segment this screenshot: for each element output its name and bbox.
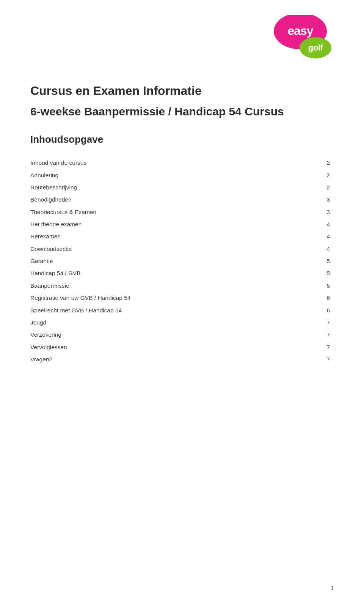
- main-title-area: Cursus en Examen Informatie 6-weekse Baa…: [30, 84, 334, 118]
- toc-item-label: Herexamen: [30, 230, 258, 243]
- toc-item-page: 7: [258, 353, 334, 366]
- svg-text:golf: golf: [308, 43, 323, 52]
- toc-row: Registratie van uw GVB / Handicap 546: [30, 292, 334, 304]
- toc-item-page: 7: [258, 317, 334, 329]
- toc-row: Routebeschrijving2: [30, 181, 334, 194]
- toc-item-label: Jeugd: [30, 317, 258, 329]
- toc-row: Inhoud van de cursus2: [30, 157, 334, 169]
- toc-item-page: 3: [258, 194, 334, 206]
- toc-item-label: Garantie: [30, 255, 258, 267]
- toc-row: Benodigdheden3: [30, 194, 334, 206]
- toc-row: Jeugd7: [30, 317, 334, 329]
- toc-row: Downloadsectie4: [30, 243, 334, 255]
- toc-item-page: 4: [258, 230, 334, 243]
- page-title-1: Cursus en Examen Informatie: [30, 84, 334, 98]
- toc-item-label: Benodigdheden: [30, 194, 258, 206]
- toc-item-label: Downloadsectie: [30, 243, 258, 255]
- toc-item-page: 2: [258, 181, 334, 194]
- toc-row: Verzekering7: [30, 329, 334, 341]
- toc-table: Inhoud van de cursus2Annulering2Routebes…: [30, 157, 334, 366]
- toc-row: Annulering2: [30, 169, 334, 181]
- toc-row: Herexamen4: [30, 230, 334, 243]
- toc-item-page: 5: [258, 255, 334, 267]
- toc-heading: Inhoudsopgave: [30, 134, 334, 145]
- toc-item-label: Vragen?: [30, 353, 258, 366]
- toc-item-page: 7: [258, 341, 334, 353]
- logo-area: easy golf: [30, 15, 334, 61]
- toc-item-label: Baanpermissie: [30, 280, 258, 292]
- easygolf-logo-icon: easy golf: [273, 15, 334, 59]
- svg-text:easy: easy: [287, 24, 313, 38]
- page-title-2: 6-weekse Baanpermissie / Handicap 54 Cur…: [30, 105, 334, 118]
- logo-container: easy golf: [273, 15, 334, 61]
- toc-item-label: Routebeschrijving: [30, 181, 258, 194]
- toc-item-page: 4: [258, 243, 334, 255]
- toc-row: Garantie5: [30, 255, 334, 267]
- toc-item-label: Theoriecursus & Examen: [30, 206, 258, 218]
- toc-item-page: 2: [258, 157, 334, 169]
- toc-item-page: 5: [258, 280, 334, 292]
- toc-row: Vragen?7: [30, 353, 334, 366]
- toc-item-label: Inhoud van de cursus: [30, 157, 258, 169]
- toc-item-page: 3: [258, 206, 334, 218]
- toc-row: Het theorie examen4: [30, 218, 334, 230]
- toc-item-page: 6: [258, 292, 334, 304]
- toc-row: Speelrecht met GVB / Handicap 546: [30, 304, 334, 317]
- toc-section: Inhoudsopgave Inhoud van de cursus2Annul…: [30, 134, 334, 366]
- toc-item-label: Registratie van uw GVB / Handicap 54: [30, 292, 258, 304]
- toc-row: Theoriecursus & Examen3: [30, 206, 334, 218]
- toc-item-label: Speelrecht met GVB / Handicap 54: [30, 304, 258, 317]
- toc-item-page: 7: [258, 329, 334, 341]
- toc-item-page: 2: [258, 169, 334, 181]
- toc-row: Baanpermissie5: [30, 280, 334, 292]
- toc-item-page: 5: [258, 267, 334, 279]
- toc-item-page: 6: [258, 304, 334, 317]
- toc-item-label: Annulering: [30, 169, 258, 181]
- toc-item-label: Vervolglessen: [30, 341, 258, 353]
- toc-item-page: 4: [258, 218, 334, 230]
- toc-item-label: Verzekering: [30, 329, 258, 341]
- toc-item-label: Het theorie examen: [30, 218, 258, 230]
- toc-row: Vervolglessen7: [30, 341, 334, 353]
- toc-item-label: Handicap 54 / GVB: [30, 267, 258, 279]
- page-number: 1: [331, 585, 334, 591]
- toc-row: Handicap 54 / GVB5: [30, 267, 334, 279]
- page: easy golf Cursus en Examen Informatie 6-…: [0, 0, 364, 602]
